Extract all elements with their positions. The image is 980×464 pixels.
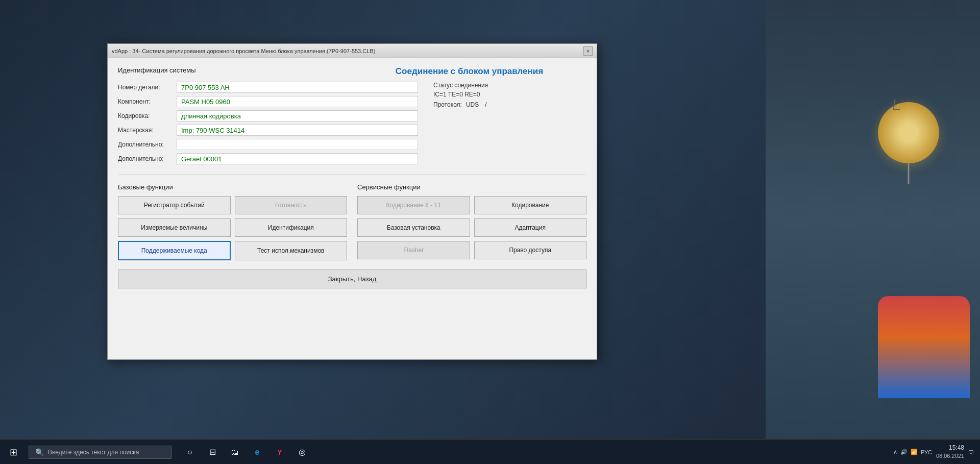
tb-icon-edge[interactable]: e bbox=[247, 442, 267, 462]
clock-time: 15:48 bbox=[936, 444, 964, 452]
connection-title: Соединение с блоком управления bbox=[352, 66, 586, 77]
search-icon: 🔍 bbox=[35, 448, 44, 456]
figure-decoration bbox=[878, 296, 970, 398]
field-row-2: Кодировка: длинная кодировка bbox=[118, 110, 418, 121]
identification-section-label: Идентификация системы bbox=[118, 66, 352, 74]
tb-icon-explorer[interactable]: 🗂 bbox=[225, 442, 245, 462]
taskview-icon: ⊟ bbox=[209, 447, 216, 457]
base-buttons-grid: Регистратор событий Готовность Измеряемы… bbox=[118, 196, 347, 260]
status-section: Статус соединения IC=1 TE=0 RE=0 Протоко… bbox=[433, 82, 586, 167]
field-value-3: Imp: 790 WSC 31414 bbox=[177, 125, 418, 136]
desktop-wallpaper bbox=[766, 0, 980, 439]
field-label-2: Кодировка: bbox=[118, 112, 177, 119]
service-btn-2[interactable]: Базовая установка bbox=[357, 218, 470, 237]
identification-fields: Номер детали: 7P0 907 553 AH Компонент: … bbox=[118, 82, 418, 167]
yandex-icon: Y bbox=[277, 448, 282, 456]
time-date-display[interactable]: 15:48 08.06.2021 bbox=[936, 444, 964, 460]
explorer-icon: 🗂 bbox=[231, 448, 239, 457]
start-icon: ⊞ bbox=[10, 447, 17, 458]
tb-icon-cortana[interactable]: ○ bbox=[180, 442, 200, 462]
base-btn-1: Готовность bbox=[235, 196, 348, 214]
protocol-label: Протокол: bbox=[433, 101, 462, 108]
tray-lang[interactable]: РУС bbox=[921, 449, 932, 455]
field-value-4 bbox=[177, 139, 418, 150]
protocol-row: Протокол: UDS / bbox=[433, 101, 586, 108]
base-btn-2[interactable]: Измеряемые величины bbox=[118, 218, 231, 237]
start-button[interactable]: ⊞ bbox=[0, 440, 27, 465]
service-btn-0: Кодирование II - 11 bbox=[357, 196, 470, 214]
field-row-5: Дополнительно: Geraet 00001 bbox=[118, 153, 418, 164]
tb-icon-extra[interactable]: ◎ bbox=[292, 442, 312, 462]
field-row-4: Дополнительно: bbox=[118, 139, 418, 150]
tray-speaker[interactable]: 🔊 bbox=[900, 449, 908, 455]
field-value-1: PASM H05 0960 bbox=[177, 96, 418, 107]
protocol-suffix: / bbox=[485, 101, 486, 108]
service-buttons-grid: Кодирование II - 11 Кодирование Базовая … bbox=[357, 196, 586, 259]
field-label-5: Дополнительно: bbox=[118, 155, 177, 162]
app-window: vdApp : 34- Система регулирования дорожн… bbox=[107, 43, 597, 360]
bottom-bar: Закрыть, Назад bbox=[118, 270, 586, 288]
taskbar-icons: ○ ⊟ 🗂 e Y ◎ bbox=[180, 442, 312, 462]
taskbar-right: ∧ 🔊 📶 РУС 15:48 08.06.2021 🗨 bbox=[893, 444, 980, 460]
tray-network[interactable]: 📶 bbox=[911, 449, 918, 455]
extra-icon: ◎ bbox=[299, 447, 306, 457]
edge-icon: e bbox=[255, 448, 260, 457]
taskbar: ⊞ 🔍 Введите здесь текст для поиска ○ ⊟ 🗂… bbox=[0, 439, 980, 464]
flasher-button: Flasher bbox=[357, 241, 470, 259]
functions-area: Базовые функции Регистратор событий Гото… bbox=[118, 183, 586, 260]
field-row-1: Компонент: PASM H05 0960 bbox=[118, 96, 418, 107]
search-box[interactable]: 🔍 Введите здесь текст для поиска bbox=[29, 446, 172, 459]
base-btn-5[interactable]: Тест испол.механизмов bbox=[235, 241, 348, 260]
window-title: vdApp : 34- Система регулирования дорожн… bbox=[112, 48, 375, 54]
field-label-3: Мастерская: bbox=[118, 127, 177, 134]
ornament-decoration bbox=[878, 102, 939, 163]
cortana-icon: ○ bbox=[187, 448, 192, 457]
service-btn-5[interactable]: Право доступа bbox=[474, 241, 587, 259]
field-value-5: Geraet 00001 bbox=[177, 153, 418, 164]
field-label-4: Дополнительно: bbox=[118, 141, 177, 148]
base-functions-col: Базовые функции Регистратор событий Гото… bbox=[118, 183, 347, 260]
service-functions-title: Сервисные функции bbox=[357, 183, 586, 191]
separator bbox=[118, 175, 586, 175]
field-value-2: длинная кодировка bbox=[177, 110, 418, 121]
field-label-1: Компонент: bbox=[118, 98, 177, 105]
window-content: Идентификация системы Соединение с блоко… bbox=[108, 58, 597, 297]
status-label: Статус соединения bbox=[433, 82, 586, 89]
base-btn-4[interactable]: Поддерживаемые кода bbox=[118, 241, 231, 260]
search-placeholder: Введите здесь текст для поиска bbox=[48, 449, 139, 456]
system-tray: ∧ 🔊 📶 РУС bbox=[893, 449, 932, 455]
tb-icon-taskview[interactable]: ⊟ bbox=[202, 442, 223, 462]
status-values: IC=1 TE=0 RE=0 bbox=[433, 91, 586, 98]
base-functions-title: Базовые функции bbox=[118, 183, 347, 191]
service-btn-1[interactable]: Кодирование bbox=[474, 196, 587, 214]
notification-icon[interactable]: 🗨 bbox=[968, 449, 974, 455]
base-btn-0[interactable]: Регистратор событий bbox=[118, 196, 231, 214]
service-btn-3[interactable]: Адаптация bbox=[474, 218, 587, 237]
tb-icon-yandex[interactable]: Y bbox=[270, 442, 290, 462]
field-row-3: Мастерская: Imp: 790 WSC 31414 bbox=[118, 125, 418, 136]
field-value-0: 7P0 907 553 AH bbox=[177, 82, 418, 93]
close-button[interactable]: × bbox=[583, 46, 593, 56]
field-row-0: Номер детали: 7P0 907 553 AH bbox=[118, 82, 418, 93]
title-bar: vdApp : 34- Система регулирования дорожн… bbox=[108, 44, 597, 58]
protocol-value: UDS bbox=[466, 101, 479, 108]
field-label-0: Номер детали: bbox=[118, 84, 177, 91]
tray-up-arrow[interactable]: ∧ bbox=[893, 449, 897, 455]
close-back-button[interactable]: Закрыть, Назад bbox=[118, 270, 586, 288]
info-area: Номер детали: 7P0 907 553 AH Компонент: … bbox=[118, 82, 586, 167]
service-functions-col: Сервисные функции Кодирование II - 11 Ко… bbox=[357, 183, 586, 260]
clock-date: 08.06.2021 bbox=[936, 452, 964, 460]
base-btn-3[interactable]: Идентификация bbox=[235, 218, 348, 237]
